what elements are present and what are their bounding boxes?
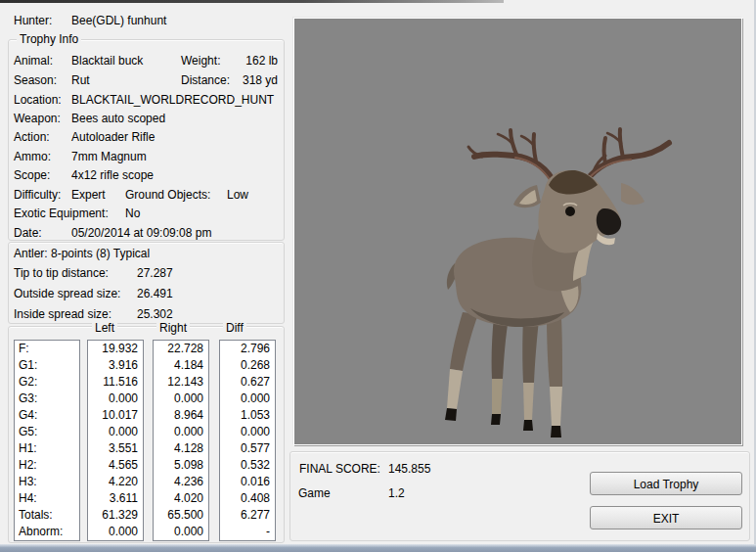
ground-objects-label: Ground Objects: — [125, 188, 210, 202]
scope-value: 4x12 rifle scope — [71, 168, 154, 182]
measurement-cell-diff: 0.627 — [220, 374, 275, 391]
tip-to-tip-value: 27.287 — [137, 266, 173, 280]
ammo-label: Ammo: — [14, 150, 51, 163]
measurement-cell-left: 61.329 — [88, 507, 143, 524]
measurement-cell-left: 4.565 — [88, 457, 143, 474]
final-score-label: FINAL SCORE: — [299, 462, 380, 476]
measurement-row-label: H3: — [15, 474, 79, 490]
measurement-cell-left: 4.220 — [88, 474, 143, 490]
antler-label: Antler: — [14, 247, 48, 260]
measurement-row-label: Abnorm: — [15, 524, 79, 540]
hunter-label: Hunter: — [14, 14, 52, 27]
measurement-cell-right: 4.020 — [154, 490, 208, 507]
column-header-diff: Diff — [223, 321, 246, 335]
date-label: Date: — [14, 226, 42, 240]
measurement-row-label: H1: — [15, 440, 79, 457]
measurement-row-label: H4: — [15, 490, 79, 507]
season-value: Rut — [71, 73, 90, 87]
left-antler-values-listbox[interactable]: 19.9323.91611.5160.00010.0170.0003.5514.… — [87, 340, 144, 541]
difficulty-value: Expert — [71, 188, 106, 202]
ammo-value: 7mm Magnum — [71, 150, 147, 163]
column-header-right: Right — [156, 321, 190, 335]
game-version-value: 1.2 — [388, 486, 405, 500]
inside-spread-label: Inside spread size: — [14, 307, 111, 321]
deer-eye-graphic — [565, 207, 575, 216]
location-label: Location: — [14, 93, 62, 107]
antler-value: 8-points (8) Typical — [51, 247, 150, 260]
trophy-info-title: Trophy Info — [17, 32, 81, 46]
window-top-border — [0, 0, 504, 3]
measurement-cell-left: 0.000 — [88, 524, 143, 540]
difficulty-label: Difficulty: — [14, 188, 61, 202]
diff-values-listbox[interactable]: 2.7960.2680.6270.0001.0530.0000.5770.532… — [219, 340, 276, 541]
trophy-render-picturebox — [293, 18, 742, 445]
measurement-cell-right: 4.184 — [154, 357, 208, 374]
measurement-row-label: Totals: — [15, 507, 79, 524]
distance-value: 318 yd — [233, 73, 278, 87]
location-value: BLACKTAIL_WORLDRECORD_HUNT — [71, 93, 274, 107]
right-antler-values-listbox[interactable]: 22.7284.18412.1430.0008.9640.0004.1285.0… — [153, 340, 209, 541]
ground-objects-value: Low — [227, 188, 248, 202]
measurement-row-labels-listbox[interactable]: F:G1:G2:G3:G4:G5:H1:H2:H3:H4:Totals:Abno… — [14, 340, 80, 541]
measurement-row-label: G1: — [15, 357, 79, 374]
measurement-cell-right: 12.143 — [154, 374, 208, 391]
weight-value: 162 lb — [233, 54, 278, 68]
measurement-cell-left: 3.611 — [88, 490, 143, 507]
weapon-label: Weapon: — [14, 112, 61, 125]
deer-render — [294, 19, 741, 444]
scope-label: Scope: — [14, 168, 50, 182]
final-score-value: 145.855 — [388, 462, 430, 476]
measurement-row-label: G4: — [15, 407, 79, 424]
measurement-cell-left: 10.017 — [88, 407, 143, 424]
measurement-cell-right: 22.728 — [154, 341, 208, 357]
measurement-cell-right: 0.000 — [154, 391, 208, 407]
measurement-row-label: G5: — [15, 424, 79, 440]
measurement-row-label: F: — [15, 341, 79, 357]
exit-button[interactable]: EXIT — [590, 506, 742, 529]
game-version-label: Game — [298, 486, 331, 500]
measurement-cell-right: 8.964 — [154, 407, 208, 424]
measurement-cell-diff: 0.532 — [220, 457, 275, 474]
weight-label: Weight: — [181, 54, 220, 68]
measurement-cell-left: 3.551 — [88, 440, 143, 457]
measurement-row-label: H2: — [15, 457, 79, 474]
exotic-equipment-label: Exotic Equipment: — [14, 207, 109, 220]
measurement-cell-left: 19.932 — [88, 341, 143, 357]
measurement-cell-left: 3.916 — [88, 357, 143, 374]
measurement-row-label: G2: — [15, 374, 79, 391]
season-label: Season: — [14, 73, 57, 87]
measurement-cell-right: 4.128 — [154, 440, 208, 457]
measurement-cell-diff: 0.000 — [220, 391, 275, 407]
measurement-cell-left: 0.000 — [88, 391, 143, 407]
outside-spread-value: 26.491 — [137, 287, 173, 300]
exotic-equipment-value: No — [125, 207, 140, 220]
measurement-cell-diff: - — [220, 524, 275, 540]
measurement-row-label: G3: — [15, 391, 79, 407]
action-label: Action: — [14, 130, 50, 144]
measurement-cell-diff: 0.000 — [220, 424, 275, 440]
measurement-cell-diff: 0.016 — [220, 474, 275, 490]
tip-to-tip-label: Tip to tip distance: — [14, 266, 109, 280]
load-trophy-button[interactable]: Load Trophy — [590, 472, 742, 495]
animal-value: Blacktail buck — [71, 54, 143, 68]
window-bottom-border — [0, 544, 756, 552]
measurement-cell-right: 65.500 — [154, 507, 208, 524]
column-header-left: Left — [92, 321, 117, 335]
measurement-cell-right: 4.236 — [154, 474, 208, 490]
measurement-cell-right: 0.000 — [154, 524, 208, 540]
action-value: Autoloader Rifle — [71, 130, 155, 144]
measurement-cell-diff: 0.268 — [220, 357, 275, 374]
measurement-cell-diff: 0.577 — [220, 440, 275, 457]
measurement-cell-right: 0.000 — [154, 424, 208, 440]
hunter-value: Bee(GDL) funhunt — [71, 14, 166, 27]
outside-spread-label: Outside spread size: — [14, 287, 120, 300]
measurement-cell-diff: 6.277 — [220, 507, 275, 524]
measurement-cell-diff: 0.408 — [220, 490, 275, 507]
animal-label: Animal: — [14, 54, 53, 68]
measurement-cell-diff: 2.796 — [220, 341, 275, 357]
measurement-cell-left: 0.000 — [88, 424, 143, 440]
inside-spread-value: 25.302 — [137, 307, 173, 321]
measurement-cell-right: 5.098 — [154, 457, 208, 474]
render-canvas-background — [294, 19, 741, 444]
weapon-value: Bees auto scoped — [71, 112, 165, 125]
